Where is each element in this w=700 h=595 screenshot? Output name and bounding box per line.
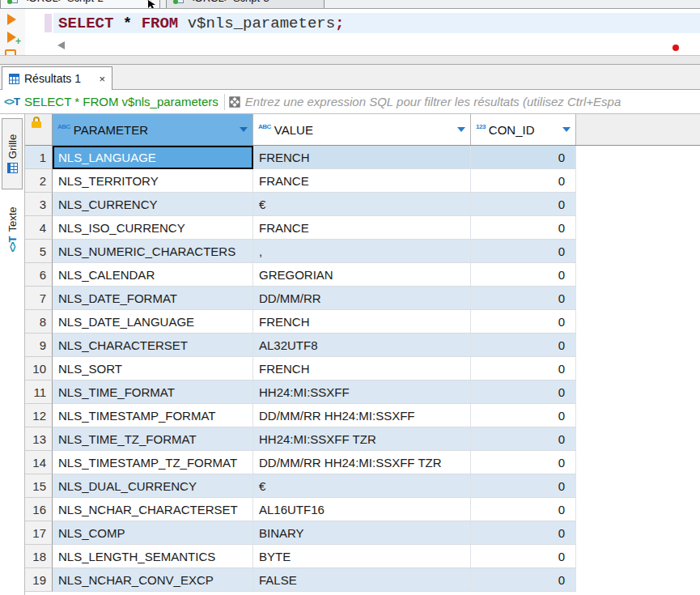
- column-header-parameter[interactable]: ABC PARAMETER: [53, 114, 253, 145]
- column-header-con-id[interactable]: 123 CON_ID: [471, 114, 576, 145]
- row-number[interactable]: 17: [25, 521, 53, 545]
- column-menu-arrow-icon[interactable]: [457, 127, 465, 132]
- cell-con-id[interactable]: 0: [471, 287, 576, 310]
- cell-value[interactable]: FRANCE: [253, 169, 471, 193]
- collapse-arrow-icon[interactable]: [57, 41, 65, 49]
- sql-editor[interactable]: SELECT * FROM v$nls_parameters; +: [0, 9, 700, 55]
- cell-con-id[interactable]: 0: [471, 521, 576, 545]
- cell-con-id[interactable]: 0: [471, 240, 576, 263]
- cell-con-id[interactable]: 0: [471, 169, 576, 193]
- tab-texte[interactable]: Texte: [2, 196, 23, 267]
- active-query-text[interactable]: SELECT * FROM v$nls_parameters: [24, 95, 218, 108]
- cell-value[interactable]: HH24:MI:SSXFF TZR: [253, 427, 471, 451]
- row-number[interactable]: 8: [25, 310, 53, 334]
- column-header-value[interactable]: ABC VALUE: [253, 114, 471, 145]
- cell-con-id[interactable]: 0: [471, 380, 576, 404]
- row-number[interactable]: 15: [25, 474, 53, 498]
- cell-con-id[interactable]: 0: [471, 568, 576, 592]
- cell-con-id[interactable]: 0: [471, 474, 576, 498]
- cell-parameter[interactable]: NLS_NCHAR_CHARACTERSET: [53, 498, 253, 521]
- cell-value[interactable]: DD/MM/RR: [253, 287, 471, 310]
- cell-con-id[interactable]: 0: [471, 427, 576, 451]
- cell-value[interactable]: DD/MM/RR HH24:MI:SSXFF TZR: [253, 451, 471, 474]
- cell-value[interactable]: FRENCH: [253, 310, 471, 334]
- editor-tab-script-3[interactable]: <ORCL> Script-3: [166, 0, 325, 9]
- cell-value[interactable]: BYTE: [253, 545, 471, 568]
- cell-value[interactable]: DD/MM/RR HH24:MI:SSXFF: [253, 404, 471, 427]
- editor-toolbar: +: [0, 9, 25, 55]
- cell-parameter[interactable]: NLS_CHARACTERSET: [53, 334, 253, 357]
- cell-con-id[interactable]: 0: [471, 263, 576, 287]
- table-row: 6NLS_CALENDARGREGORIAN0: [25, 263, 700, 287]
- cell-value[interactable]: AL16UTF16: [253, 498, 471, 521]
- cell-con-id[interactable]: 0: [471, 357, 576, 380]
- row-number[interactable]: 11: [25, 380, 53, 404]
- cell-parameter[interactable]: NLS_TIMESTAMP_FORMAT: [53, 404, 253, 427]
- row-number[interactable]: 2: [25, 169, 53, 193]
- row-number[interactable]: 16: [25, 498, 53, 521]
- cell-parameter[interactable]: NLS_DUAL_CURRENCY: [53, 474, 253, 498]
- row-number[interactable]: 4: [25, 216, 53, 240]
- filter-input[interactable]: [245, 95, 700, 108]
- grid-corner-cell[interactable]: [25, 114, 53, 145]
- row-number[interactable]: 13: [25, 427, 53, 451]
- cell-con-id[interactable]: 0: [471, 216, 576, 240]
- row-number[interactable]: 10: [25, 357, 53, 380]
- results-tab[interactable]: Résultats 1 ×: [2, 66, 112, 90]
- row-number[interactable]: 14: [25, 451, 53, 474]
- column-menu-arrow-icon[interactable]: [240, 127, 248, 132]
- cell-parameter[interactable]: NLS_TERRITORY: [53, 169, 253, 193]
- cell-value[interactable]: €: [253, 193, 471, 216]
- cell-parameter[interactable]: NLS_NCHAR_CONV_EXCP: [53, 568, 253, 592]
- tab-grille[interactable]: Grille: [2, 118, 23, 189]
- cell-con-id[interactable]: 0: [471, 193, 576, 216]
- row-number[interactable]: 6: [25, 263, 53, 287]
- cell-con-id[interactable]: 0: [471, 146, 576, 169]
- cell-parameter[interactable]: NLS_TIME_FORMAT: [53, 380, 253, 404]
- sql-statement[interactable]: SELECT * FROM v$nls_parameters;: [58, 13, 345, 33]
- row-number[interactable]: 7: [25, 287, 53, 310]
- cell-con-id[interactable]: 0: [471, 334, 576, 357]
- cell-parameter[interactable]: NLS_LANGUAGE: [53, 146, 253, 169]
- cell-value[interactable]: FRENCH: [253, 146, 471, 169]
- cell-parameter[interactable]: NLS_TIMESTAMP_TZ_FORMAT: [53, 451, 253, 474]
- row-number[interactable]: 1: [25, 146, 53, 169]
- cell-con-id[interactable]: 0: [471, 545, 576, 568]
- cell-value[interactable]: FRANCE: [253, 216, 471, 240]
- cell-parameter[interactable]: NLS_DATE_LANGUAGE: [53, 310, 253, 334]
- cell-parameter[interactable]: NLS_TIME_TZ_FORMAT: [53, 427, 253, 451]
- cell-parameter[interactable]: NLS_ISO_CURRENCY: [53, 216, 253, 240]
- column-menu-arrow-icon[interactable]: [562, 127, 571, 132]
- row-number[interactable]: 5: [25, 240, 53, 263]
- execute-statement-icon[interactable]: [7, 14, 16, 25]
- row-number[interactable]: 18: [25, 545, 53, 568]
- editor-tab-script-2[interactable]: <ORCL> Script-2 ×: [0, 0, 160, 9]
- cell-parameter[interactable]: NLS_DATE_FORMAT: [53, 287, 253, 310]
- expand-filter-icon[interactable]: [229, 96, 240, 108]
- cell-parameter[interactable]: NLS_CALENDAR: [53, 263, 253, 287]
- cell-value[interactable]: FRENCH: [253, 357, 471, 380]
- cell-parameter[interactable]: NLS_LENGTH_SEMANTICS: [53, 545, 253, 568]
- cell-value[interactable]: FALSE: [253, 568, 471, 592]
- cell-con-id[interactable]: 0: [471, 404, 576, 427]
- row-number[interactable]: 19: [25, 568, 53, 592]
- cell-parameter[interactable]: NLS_SORT: [53, 357, 253, 380]
- cell-value[interactable]: €: [253, 474, 471, 498]
- row-number[interactable]: 9: [25, 334, 53, 357]
- cell-con-id[interactable]: 0: [471, 451, 576, 474]
- cell-con-id[interactable]: 0: [471, 498, 576, 521]
- cell-value[interactable]: AL32UTF8: [253, 334, 471, 357]
- cell-value[interactable]: HH24:MI:SSXFF: [253, 380, 471, 404]
- cell-parameter[interactable]: NLS_CURRENCY: [53, 193, 253, 216]
- cell-value[interactable]: GREGORIAN: [253, 263, 471, 287]
- cell-parameter[interactable]: NLS_COMP: [53, 521, 253, 545]
- cell-parameter[interactable]: NLS_NUMERIC_CHARACTERS: [53, 240, 253, 263]
- close-results-icon[interactable]: ×: [99, 73, 105, 85]
- tab-record[interactable]: Record: [2, 578, 23, 595]
- panel-splitter[interactable]: [0, 55, 700, 65]
- cell-value[interactable]: BINARY: [253, 521, 471, 545]
- row-number[interactable]: 12: [25, 404, 53, 427]
- row-number[interactable]: 3: [25, 193, 53, 216]
- cell-con-id[interactable]: 0: [471, 310, 576, 334]
- cell-value[interactable]: ,: [253, 240, 471, 263]
